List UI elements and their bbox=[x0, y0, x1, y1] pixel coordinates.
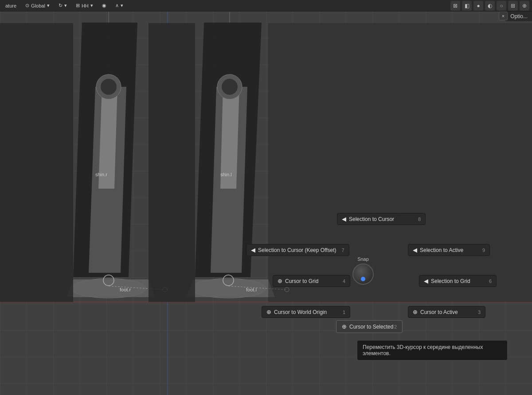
cursor-icon-2: ◀ bbox=[251, 247, 255, 253]
proportional-icon: ◉ bbox=[102, 3, 106, 8]
svg-rect-28 bbox=[149, 23, 195, 302]
bone-label-foot-r: foot.r bbox=[120, 287, 131, 292]
chevron-down-icon: ▾ bbox=[47, 3, 50, 8]
svg-marker-18 bbox=[186, 279, 275, 297]
cursor-icon-6: ⊕ bbox=[266, 309, 271, 315]
selection-to-active-btn[interactable]: ◀ Selection to Active 9 bbox=[408, 244, 490, 256]
snap-icon-toolbar: ⊞ bbox=[76, 3, 80, 8]
svg-marker-16 bbox=[66, 279, 155, 297]
cursor-to-active-btn[interactable]: ⊕ Cursor to Active 3 bbox=[408, 306, 485, 318]
snap-circle-indicator bbox=[361, 277, 365, 281]
proportional-curve[interactable]: ∧ ▾ bbox=[113, 2, 126, 9]
proportional-editing[interactable]: ◉ bbox=[99, 2, 109, 9]
snap-widget[interactable]: Snap bbox=[352, 256, 374, 285]
cursor-to-selected-btn[interactable]: ⊕ Cursor to Selected 2 bbox=[336, 320, 403, 333]
toolbar-right: ⊠ ◧ ● ◐ ○ ⊞ ⊕ bbox=[450, 1, 529, 11]
svg-rect-29 bbox=[268, 23, 532, 302]
svg-point-14 bbox=[222, 79, 238, 95]
options-button[interactable]: Optio... bbox=[505, 12, 532, 21]
pivot-icon: ↻ bbox=[59, 3, 63, 8]
cursor-icon-1: ◀ bbox=[342, 216, 346, 222]
toolbar: ature ⊙ Global ▾ ↻ ▾ ⊞ HH ▾ ◉ ∧ ▾ ⊠ ◧ ● … bbox=[0, 0, 532, 12]
viewport-3d[interactable]: shin.r shin.l foot.r foot.l ◀ Selection … bbox=[0, 12, 532, 395]
cursor-selected-shortcut: 2 bbox=[394, 324, 397, 329]
shading-render-btn[interactable]: ○ bbox=[497, 1, 506, 11]
snap-circle[interactable] bbox=[352, 263, 374, 285]
tooltip: Переместить 3D-курсор к середине выделен… bbox=[357, 340, 508, 360]
transform-space-selector[interactable]: ⊙ Global ▾ bbox=[23, 2, 52, 9]
viewport-shading-btn[interactable]: ⊠ bbox=[450, 1, 460, 11]
cursor-to-grid-btn[interactable]: ⊕ Cursor to Grid 4 bbox=[273, 275, 350, 287]
cursor-to-world-origin-btn[interactable]: ⊕ Cursor to World Origin 1 bbox=[262, 306, 350, 318]
selection-to-cursor-btn[interactable]: ◀ Selection to Cursor 8 bbox=[337, 213, 426, 225]
svg-rect-27 bbox=[0, 23, 73, 302]
chevron-down-icon4: ▾ bbox=[121, 3, 123, 8]
curve-icon: ∧ bbox=[115, 3, 119, 8]
cursor-icon-3: ◀ bbox=[413, 247, 417, 253]
cursor-icon-5: ◀ bbox=[424, 278, 428, 284]
snap-label: HH bbox=[82, 3, 89, 8]
svg-point-12 bbox=[101, 79, 117, 95]
app-name: ature bbox=[3, 2, 19, 9]
shading-solid-btn[interactable]: ● bbox=[473, 1, 483, 11]
cursor-selected-label: Cursor to Selected bbox=[349, 324, 393, 330]
cursor-selected-icon: ⊕ bbox=[342, 323, 347, 330]
chevron-down-icon3: ▾ bbox=[90, 3, 93, 8]
xray-btn[interactable]: ◧ bbox=[462, 1, 472, 11]
close-button[interactable]: × bbox=[499, 12, 508, 20]
gizmo-btn[interactable]: ⊕ bbox=[520, 1, 529, 11]
global-icon: ⊙ bbox=[25, 3, 29, 8]
bone-label-shin-r: shin.r bbox=[95, 172, 107, 177]
cursor-icon-7: ⊕ bbox=[413, 309, 418, 315]
pivot-selector[interactable]: ↻ ▾ bbox=[56, 2, 70, 9]
selection-to-cursor-keep-btn[interactable]: ◀ Selection to Cursor (Keep Offset) 7 bbox=[246, 244, 349, 256]
snap-widget-label: Snap bbox=[357, 256, 369, 262]
selection-to-grid-btn[interactable]: ◀ Selection to Grid 6 bbox=[419, 275, 497, 287]
overlay-btn[interactable]: ⊞ bbox=[508, 1, 518, 11]
character-viewport bbox=[0, 12, 532, 395]
chevron-down-icon2: ▾ bbox=[64, 3, 67, 8]
snapping-selector[interactable]: ⊞ HH ▾ bbox=[73, 2, 96, 9]
bone-label-foot-l: foot.l bbox=[246, 287, 257, 292]
bone-label-shin-l: shin.l bbox=[220, 172, 232, 177]
shading-mat-btn[interactable]: ◐ bbox=[485, 1, 495, 11]
cursor-icon-4: ⊕ bbox=[278, 278, 282, 284]
